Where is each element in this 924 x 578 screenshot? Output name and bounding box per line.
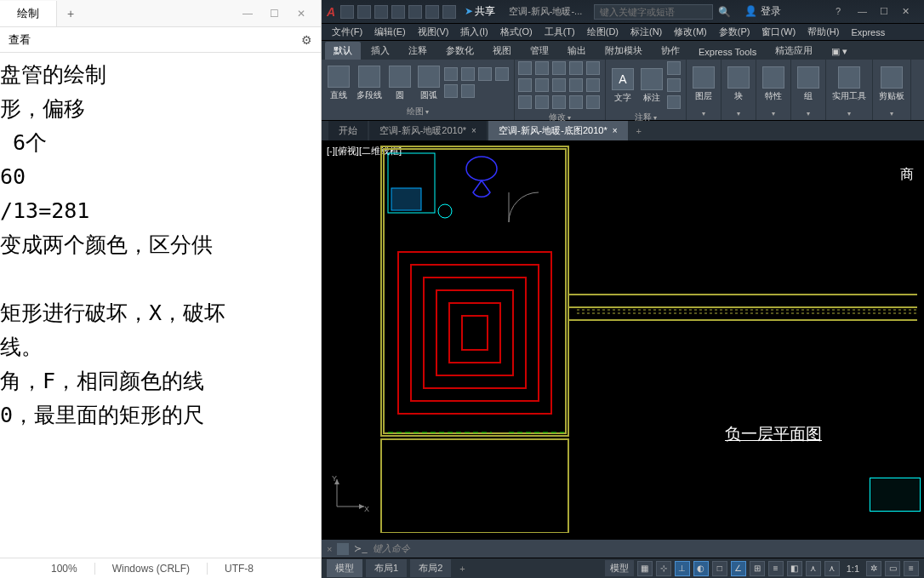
text-button[interactable]: A文字 bbox=[609, 66, 636, 106]
layout-tab-2[interactable]: 布局2 bbox=[410, 559, 451, 577]
menu-draw[interactable]: 绘图(D) bbox=[582, 24, 624, 40]
ribbon-tab-collab[interactable]: 协作 bbox=[653, 42, 688, 60]
qat-saveas-icon[interactable] bbox=[391, 5, 405, 19]
ribbon-tab-more[interactable]: ▣ ▾ bbox=[823, 43, 856, 60]
ribbon-tab-manage[interactable]: 管理 bbox=[522, 42, 557, 60]
modify-tool-icon[interactable] bbox=[569, 61, 583, 75]
ucs-icon[interactable]: X Y bbox=[332, 474, 369, 515]
customize-icon[interactable]: ≡ bbox=[904, 561, 919, 576]
ribbon-tab-express[interactable]: Express Tools bbox=[690, 44, 765, 60]
draw-tool-icon[interactable] bbox=[478, 67, 492, 81]
copy-icon[interactable] bbox=[518, 78, 532, 92]
modify-tool-icon[interactable] bbox=[586, 95, 600, 109]
mirror-icon[interactable] bbox=[535, 78, 549, 92]
qat-new-icon[interactable] bbox=[340, 5, 354, 19]
command-line[interactable]: × ≻_ 键入命令 bbox=[322, 539, 924, 558]
stretch-icon[interactable] bbox=[518, 95, 532, 109]
group-button[interactable]: 组 bbox=[795, 65, 822, 104]
polar-toggle-icon[interactable]: ◐ bbox=[693, 561, 709, 576]
doc-tab-start[interactable]: 开始 bbox=[328, 121, 368, 140]
polyline-button[interactable]: 多段线 bbox=[354, 64, 385, 103]
ribbon-tab-view[interactable]: 视图 bbox=[484, 42, 520, 60]
table-icon[interactable] bbox=[667, 95, 681, 109]
doc-tab-file1[interactable]: 空调-新风-地暖2010*× bbox=[369, 121, 487, 140]
ribbon-tab-default[interactable]: 默认 bbox=[325, 42, 361, 60]
utilities-button[interactable]: 实用工具 bbox=[830, 65, 869, 104]
settings-icon[interactable]: ⚙ bbox=[301, 33, 312, 47]
status-model-badge[interactable]: 模型 bbox=[605, 560, 634, 576]
menu-file[interactable]: 文件(F) bbox=[327, 24, 368, 40]
menu-window[interactable]: 窗口(W) bbox=[756, 24, 801, 40]
annotation-vis-icon[interactable]: ⋏ bbox=[824, 561, 840, 576]
doc-tab-file2[interactable]: 空调-新风-地暖-底图2010*× bbox=[488, 121, 628, 140]
properties-button[interactable]: 特性 bbox=[760, 65, 787, 104]
block-button[interactable]: 块 bbox=[725, 65, 752, 104]
layout-tab-1[interactable]: 布局1 bbox=[366, 559, 407, 577]
circle-button[interactable]: 圆 bbox=[386, 64, 414, 103]
workspace-icon[interactable]: ✲ bbox=[866, 561, 881, 576]
otrack-toggle-icon[interactable]: ∠ bbox=[731, 561, 746, 576]
qat-open-icon[interactable] bbox=[357, 5, 371, 19]
draw-tool-icon[interactable] bbox=[495, 67, 509, 81]
notepad-text-area[interactable]: 盘管的绘制 形，偏移 6个 60 /13=281 变成两个颜色，区分供 矩形进行… bbox=[0, 53, 321, 558]
dyn-input-icon[interactable]: ⊞ bbox=[750, 561, 765, 576]
scale-icon[interactable] bbox=[535, 95, 549, 109]
ribbon-tab-insert[interactable]: 插入 bbox=[362, 42, 398, 60]
modify-tool-icon[interactable] bbox=[569, 95, 583, 109]
layout-tab-model[interactable]: 模型 bbox=[327, 559, 362, 577]
menu-tools[interactable]: 工具(T) bbox=[539, 24, 580, 40]
arc-button[interactable]: 圆弧 bbox=[415, 64, 442, 103]
notepad-new-tab[interactable]: + bbox=[57, 7, 84, 20]
menu-edit[interactable]: 编辑(E) bbox=[369, 24, 411, 40]
clipboard-button[interactable]: 剪贴板 bbox=[876, 65, 907, 104]
grid-toggle-icon[interactable]: ▦ bbox=[637, 561, 653, 576]
tab-close-icon[interactable]: × bbox=[613, 126, 618, 135]
drawing-canvas[interactable]: [-][俯视][二维线框] bbox=[322, 141, 924, 539]
cmdline-icon[interactable] bbox=[337, 543, 349, 555]
line-button[interactable]: 直线 bbox=[325, 64, 352, 103]
menu-help[interactable]: 帮助(H) bbox=[802, 24, 844, 40]
search-icon[interactable]: 🔍 bbox=[718, 6, 731, 18]
scale-value[interactable]: 1:1 bbox=[843, 564, 863, 574]
draw-tool-icon[interactable] bbox=[461, 84, 475, 98]
share-button[interactable]: 共享 bbox=[465, 4, 495, 19]
modify-tool-icon[interactable] bbox=[586, 61, 600, 75]
modify-tool-icon[interactable] bbox=[586, 78, 600, 92]
ribbon-tab-addon[interactable]: 附加模块 bbox=[596, 42, 651, 60]
ribbon-tab-output[interactable]: 输出 bbox=[559, 42, 595, 60]
close-button[interactable]: ✕ bbox=[297, 8, 309, 20]
qat-print-icon[interactable] bbox=[408, 5, 422, 19]
new-drawing-tab[interactable]: + bbox=[630, 123, 648, 140]
search-input[interactable] bbox=[594, 4, 713, 20]
lineweight-icon[interactable]: ≡ bbox=[768, 561, 784, 576]
maximize-icon[interactable]: ☐ bbox=[880, 6, 892, 18]
zoom-level[interactable]: 100% bbox=[34, 563, 94, 575]
menu-express[interactable]: Express bbox=[846, 26, 890, 39]
snap-toggle-icon[interactable]: ⊹ bbox=[656, 561, 671, 576]
ribbon-tab-annotate[interactable]: 注释 bbox=[400, 42, 436, 60]
ribbon-tab-featured[interactable]: 精选应用 bbox=[767, 42, 821, 60]
qat-redo-icon[interactable] bbox=[442, 5, 456, 19]
annotation-scale-icon[interactable]: ⋏ bbox=[806, 561, 821, 576]
close-icon[interactable]: ✕ bbox=[902, 6, 914, 18]
minimize-icon[interactable]: — bbox=[858, 6, 870, 18]
login-button[interactable]: 登录 bbox=[744, 4, 780, 19]
modify-tool-icon[interactable] bbox=[569, 78, 583, 92]
menu-dimension[interactable]: 标注(N) bbox=[625, 24, 667, 40]
draw-tool-icon[interactable] bbox=[461, 67, 475, 81]
help-icon[interactable]: ? bbox=[836, 6, 847, 18]
osnap-toggle-icon[interactable]: □ bbox=[712, 561, 727, 576]
transparency-icon[interactable]: ◧ bbox=[787, 561, 802, 576]
menu-view[interactable]: 视图(V) bbox=[413, 24, 454, 40]
view-menu[interactable]: 查看 bbox=[9, 32, 31, 48]
ribbon-tab-param[interactable]: 参数化 bbox=[437, 42, 482, 60]
menu-insert[interactable]: 插入(I) bbox=[455, 24, 493, 40]
draw-tool-icon[interactable] bbox=[444, 67, 458, 81]
maximize-button[interactable]: ☐ bbox=[270, 8, 282, 20]
clean-screen-icon[interactable]: ▭ bbox=[885, 561, 900, 576]
draw-tool-icon[interactable] bbox=[444, 84, 458, 98]
cmdline-close-icon[interactable]: × bbox=[327, 544, 332, 554]
layer-button[interactable]: 图层 bbox=[690, 65, 717, 104]
panel-draw-label[interactable]: 绘图 bbox=[325, 105, 510, 118]
annot-tool-icon[interactable] bbox=[667, 61, 681, 75]
